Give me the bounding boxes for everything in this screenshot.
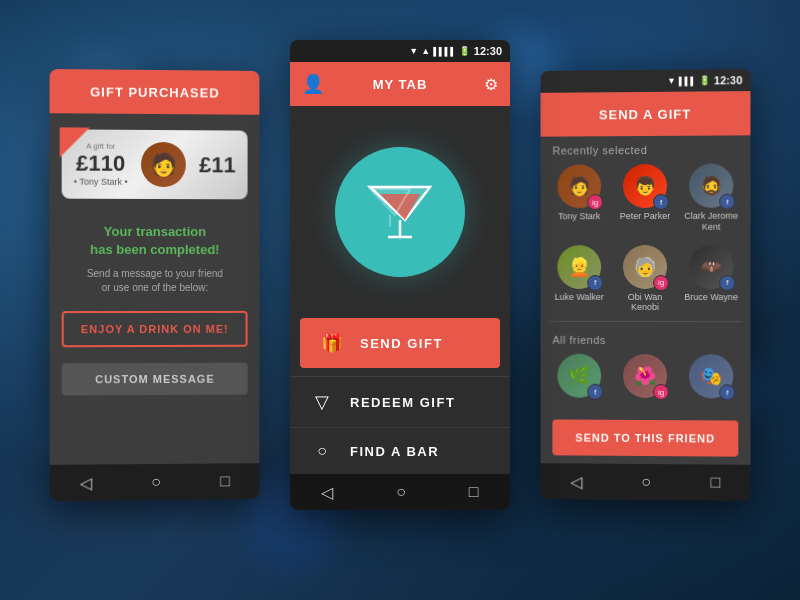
center-recent-icon[interactable]: □ <box>469 483 479 501</box>
friend-item-all-1[interactable]: 🌿 f <box>548 350 610 405</box>
center-time: 12:30 <box>474 45 502 57</box>
right-back-icon[interactable]: ◁ <box>570 472 582 491</box>
right-nav-bar: ◁ ○ □ <box>541 463 751 501</box>
status-icons: ▼ ▲ ▌▌▌▌ 🔋 <box>409 46 470 56</box>
right-time: 12:30 <box>714 74 742 86</box>
left-screen-content: A gift for £110 • Tony Stark • 🧑 £11 You… <box>50 113 260 465</box>
center-header-title: MY TAB <box>373 77 428 92</box>
bruce-name: Bruce Wayne <box>684 292 738 303</box>
center-home-icon[interactable]: ○ <box>396 483 406 501</box>
cocktail-area <box>290 106 510 318</box>
right-header-bar: SEND A GIFT <box>541 91 751 137</box>
obi-badge: ig <box>653 275 669 291</box>
gift-amount-right: £11 <box>199 152 235 178</box>
right-header-title: SEND A GIFT <box>599 106 691 122</box>
luke-name: Luke Walker <box>555 292 604 303</box>
screen-left: GIFT PURCHASED A gift for £110 • Tony St… <box>50 69 260 501</box>
right-status-bar: ▼ ▌▌▌ 🔋 12:30 <box>541 69 751 93</box>
clark-name: Clark Jerome Kent <box>684 211 738 233</box>
screen-center: ▼ ▲ ▌▌▌▌ 🔋 12:30 👤 MY TAB ⚙ <box>290 40 510 510</box>
cocktail-circle <box>335 147 465 277</box>
custom-message-button[interactable]: CUSTOM MESSAGE <box>62 363 248 396</box>
friend-item-obi[interactable]: 🧓 ig Obi Wan Kenobi <box>614 241 676 318</box>
left-header-bar: GIFT PURCHASED <box>50 69 260 115</box>
send-to-friend-button[interactable]: SEND TO THIS FRIEND <box>552 419 738 456</box>
friend-item-luke[interactable]: 👱 f Luke Walker <box>548 241 610 317</box>
sub-text: Send a message to your friendor use one … <box>50 267 260 303</box>
all2-avatar-wrap: 🌺 ig <box>623 354 667 398</box>
friend-item-clark[interactable]: 🧔 f Clark Jerome Kent <box>680 159 742 236</box>
find-bar-label: FIND A BAR <box>350 444 439 459</box>
screens-container: GIFT PURCHASED A gift for £110 • Tony St… <box>0 0 800 600</box>
peter-name: Peter Parker <box>620 211 671 222</box>
all2-badge: ig <box>653 384 669 400</box>
all-friends-label: All friends <box>541 326 751 350</box>
home-icon[interactable]: ○ <box>151 473 161 491</box>
right-recent-icon[interactable]: □ <box>711 474 721 492</box>
all3-badge: f <box>719 385 735 401</box>
transaction-text: Your transactionhas been completed! <box>50 215 260 268</box>
gift-avatar: 🧑 <box>141 142 186 187</box>
friend-item-peter[interactable]: 👦 f Peter Parker <box>614 160 676 237</box>
profile-icon[interactable]: 👤 <box>302 73 324 95</box>
settings-icon[interactable]: ⚙ <box>484 75 498 94</box>
friends-divider <box>548 321 742 322</box>
luke-badge: f <box>587 275 603 291</box>
clark-avatar-wrap: 🧔 f <box>689 164 733 208</box>
menu-item-find-bar[interactable]: ○ FIND A BAR <box>290 427 510 474</box>
friends-all-grid: 🌿 f 🌺 ig 🎭 f <box>541 350 751 406</box>
all1-badge: f <box>587 384 603 400</box>
send-gift-label: SEND GIFT <box>360 336 443 351</box>
gift-amount-2: £11 <box>199 152 235 178</box>
center-status-bar: ▼ ▲ ▌▌▌▌ 🔋 12:30 <box>290 40 510 62</box>
tony-avatar-wrap: 🧑 ig <box>557 164 601 208</box>
right-status-icons: ▼ ▌▌▌ 🔋 <box>667 75 710 85</box>
gift-card: A gift for £110 • Tony Stark • 🧑 £11 <box>62 129 248 199</box>
center-back-icon[interactable]: ◁ <box>321 483 333 502</box>
bruce-badge: f <box>719 275 735 291</box>
luke-avatar-wrap: 👱 f <box>557 245 601 289</box>
all3-avatar-wrap: 🎭 f <box>689 354 733 398</box>
menu-item-redeem-gift[interactable]: ▽ REDEEM GIFT <box>290 376 510 427</box>
enjoy-button[interactable]: ENJOY A DRINK ON ME! <box>62 311 248 347</box>
left-header-title: GIFT PURCHASED <box>90 84 219 100</box>
friend-item-tony[interactable]: 🧑 ig Tony Stark <box>548 160 610 237</box>
gift-label: A gift for <box>86 142 115 151</box>
menu-items: 🎁 SEND GIFT ▽ REDEEM GIFT ○ FIND A BAR <box>290 318 510 474</box>
tony-badge: ig <box>587 194 603 210</box>
gift-ribbon <box>60 127 90 157</box>
center-header-bar: 👤 MY TAB ⚙ <box>290 62 510 106</box>
left-nav-bar: ◁ ○ □ <box>50 463 260 501</box>
center-nav-bar: ◁ ○ □ <box>290 474 510 510</box>
screen-right: ▼ ▌▌▌ 🔋 12:30 SEND A GIFT Recently selec… <box>541 69 751 501</box>
friend-item-all-3[interactable]: 🎭 f <box>680 350 742 405</box>
cocktail-svg <box>360 172 440 252</box>
all1-avatar-wrap: 🌿 f <box>557 354 601 398</box>
friend-item-all-2[interactable]: 🌺 ig <box>614 350 676 405</box>
obi-name: Obi Wan Kenobi <box>618 292 672 314</box>
recent-icon[interactable]: □ <box>220 472 230 490</box>
friends-recent-grid: 🧑 ig Tony Stark 👦 f Peter Parker <box>541 159 751 317</box>
clark-badge: f <box>719 194 735 210</box>
friend-item-bruce[interactable]: 🦇 f Bruce Wayne <box>680 240 742 317</box>
tony-name: Tony Stark <box>558 211 600 222</box>
search-icon: ○ <box>310 442 334 460</box>
back-icon[interactable]: ◁ <box>80 473 92 492</box>
right-screen-content: Recently selected 🧑 ig Tony Stark 👦 f <box>541 135 751 465</box>
redeem-icon: ▽ <box>310 391 334 413</box>
peter-badge: f <box>653 194 669 210</box>
recently-selected-label: Recently selected <box>541 135 751 160</box>
obi-avatar-wrap: 🧓 ig <box>623 245 667 289</box>
menu-item-send-gift[interactable]: 🎁 SEND GIFT <box>300 318 500 368</box>
redeem-label: REDEEM GIFT <box>350 395 455 410</box>
send-gift-icon: 🎁 <box>320 332 344 354</box>
gift-recipient: • Tony Stark • <box>74 177 128 187</box>
bruce-avatar-wrap: 🦇 f <box>689 244 733 288</box>
peter-avatar-wrap: 👦 f <box>623 164 667 208</box>
right-home-icon[interactable]: ○ <box>641 473 651 491</box>
